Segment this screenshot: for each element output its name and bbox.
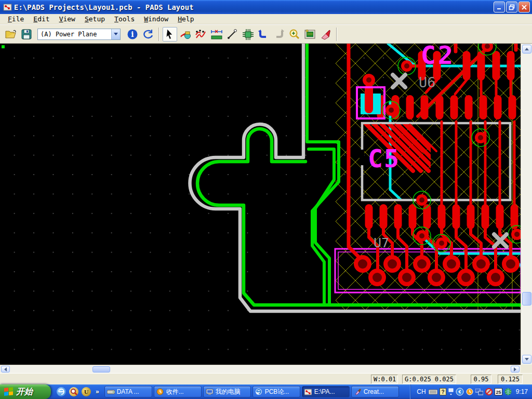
task-pcb-forum[interactable]: PCB论...	[252, 386, 300, 397]
scroll-down-button[interactable]	[522, 355, 531, 364]
minimize-button[interactable]	[494, 2, 505, 12]
vertical-scrollbar[interactable]	[521, 44, 532, 365]
menu-file[interactable]: File	[3, 14, 29, 24]
svg-text:U: U	[84, 389, 89, 395]
pads-icon	[304, 388, 312, 395]
layer-selector[interactable]: (A) Power Plane	[37, 29, 121, 40]
menu-setup[interactable]: Setup	[80, 14, 110, 24]
router-toolbox-button[interactable]	[194, 27, 208, 42]
svg-text:?: ?	[441, 389, 444, 395]
horizontal-scroll-thumb[interactable]	[92, 366, 110, 373]
close-button[interactable]	[518, 2, 530, 12]
menu-window[interactable]: Window	[139, 14, 173, 24]
label-c5: C5	[368, 144, 400, 173]
label-u6: U6	[419, 74, 436, 90]
toolbar-separator	[158, 28, 159, 41]
eraser-button[interactable]	[318, 27, 333, 42]
status-line-width: W:0.01	[371, 375, 398, 384]
globe-tray-icon[interactable]	[504, 388, 512, 395]
status-value-b: 0.125	[498, 375, 523, 384]
taskbar: 开始 U » DATA ... 收件... 我的电脑 PCB论...	[0, 384, 532, 399]
drafting-toolbox-button[interactable]	[225, 27, 240, 42]
quick-launch-more-chevron[interactable]: »	[96, 388, 99, 395]
label-c2: C2	[421, 44, 455, 70]
zoom-button[interactable]	[287, 27, 302, 42]
desktop: E:\PADS Projects\Layou1.pcb - PADS Layou…	[0, 0, 532, 399]
inbox-clock-icon	[156, 388, 164, 395]
task-inbox[interactable]: 收件...	[154, 386, 202, 397]
menu-bar: File Edit View Setup Tools Window Help	[0, 14, 532, 24]
dimension-toolbox-button[interactable]	[209, 27, 224, 42]
design-toolbox-button[interactable]	[178, 27, 193, 42]
my-computer-icon	[206, 388, 214, 395]
media-quick-icon[interactable]	[69, 387, 78, 396]
ime-help-icon[interactable]: ?	[440, 388, 446, 395]
title-bar: E:\PADS Projects\Layou1.pcb - PADS Layou…	[0, 0, 532, 14]
system-tray: CH ? 25 9:17	[410, 384, 532, 399]
toolbar-separator	[336, 28, 337, 41]
brush-icon	[354, 388, 362, 395]
blocked-tray-icon[interactable]	[485, 388, 493, 395]
task-data[interactable]: DATA ...	[104, 386, 152, 397]
drive-icon	[107, 388, 115, 395]
ie-icon	[255, 388, 263, 395]
task-pads-layout[interactable]: E:\PA...	[302, 386, 350, 397]
ie-quick-icon[interactable]	[57, 387, 66, 396]
scroll-right-button[interactable]	[511, 366, 520, 373]
pcb-artwork: C2 U6 C5 U7	[0, 44, 521, 365]
start-button[interactable]: 开始	[0, 384, 51, 399]
menu-help[interactable]: Help	[173, 14, 198, 24]
menu-edit[interactable]: Edit	[29, 14, 54, 24]
undo-button[interactable]	[256, 27, 271, 42]
scroll-left-button[interactable]	[1, 366, 10, 373]
start-label: 开始	[16, 387, 33, 397]
ime-indicator[interactable]: CH	[417, 388, 425, 395]
calendar-tray-icon[interactable]: 25	[495, 388, 502, 395]
status-bar: W:0.01 G:0.025 0.025 0.95 0.125	[0, 373, 532, 384]
save-button[interactable]	[19, 27, 34, 42]
eco-toolbox-button[interactable]	[241, 27, 255, 42]
pads-app-icon	[3, 3, 12, 11]
ime-toolbar-icon[interactable]	[448, 388, 454, 395]
status-value-a: 0.95	[471, 375, 491, 384]
quick-launch: U »	[55, 387, 102, 396]
redraw-button[interactable]	[141, 27, 155, 42]
status-grid: G:0.025 0.025	[402, 375, 456, 384]
tray-clock[interactable]: 9:17	[516, 388, 528, 395]
open-button[interactable]	[4, 27, 18, 42]
window-title: E:\PADS Projects\Layou1.pcb - PADS Layou…	[14, 3, 493, 11]
task-buttons: DATA ... 收件... 我的电脑 PCB论... E:\PA... Cre…	[104, 386, 411, 397]
pcb-canvas[interactable]: C2 U6 C5 U7	[0, 44, 521, 365]
clock-tray-icon[interactable]	[466, 388, 473, 395]
task-creative[interactable]: Creat...	[351, 386, 399, 397]
svg-text:25: 25	[496, 390, 501, 395]
windows-flag-icon	[4, 387, 14, 396]
main-toolbar: (A) Power Plane i	[0, 24, 532, 44]
layer-selector-dropdown-icon[interactable]	[111, 29, 120, 39]
keyboard-icon[interactable]	[429, 389, 437, 395]
redo-button[interactable]	[272, 27, 286, 42]
board-viewer-button[interactable]	[303, 27, 317, 42]
gold-quick-icon[interactable]: U	[82, 387, 91, 396]
label-u7: U7	[374, 235, 389, 250]
scrollbar-corner	[521, 365, 532, 373]
scroll-up-button[interactable]	[522, 45, 531, 54]
restore-button[interactable]	[506, 2, 517, 12]
layer-selector-value: (A) Power Plane	[38, 31, 111, 38]
selection-mode-button[interactable]	[163, 27, 177, 42]
collapse-tray-icon[interactable]	[456, 388, 464, 396]
horizontal-scrollbar[interactable]	[0, 365, 521, 373]
svg-text:i: i	[131, 30, 134, 38]
menu-tools[interactable]: Tools	[110, 14, 139, 24]
vertical-scroll-thumb[interactable]	[522, 292, 531, 305]
task-my-computer[interactable]: 我的电脑	[203, 386, 251, 397]
network-tray-icon[interactable]	[475, 389, 483, 395]
info-button[interactable]: i	[125, 27, 140, 42]
menu-view[interactable]: View	[55, 14, 80, 24]
